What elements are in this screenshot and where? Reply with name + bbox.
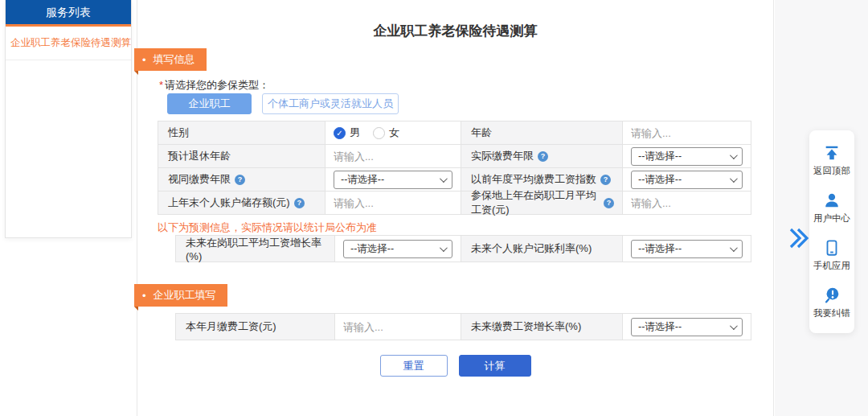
help-icon[interactable]: ? — [294, 198, 305, 208]
bullet-icon: • — [142, 55, 146, 65]
help-icon[interactable]: ? — [600, 175, 611, 185]
account-balance-field-label: 上年末个人账户储存额(元)? — [158, 192, 326, 215]
error-report-button[interactable]: 我要纠错 — [809, 279, 854, 327]
future-payment-growth-field-label: 未来缴费工资增长率(%) — [461, 314, 623, 340]
future-wage-growth-select[interactable]: --请选择-- — [343, 240, 452, 258]
float-item-label: 我要纠错 — [813, 307, 850, 319]
form-actions: 重置 计算 — [137, 355, 773, 377]
section-badge-label: 填写信息 — [154, 52, 195, 67]
radio-unchecked-icon — [373, 127, 385, 139]
main-content: 企业职工养老保险待遇测算 • 填写信息 *请选择您的参保类型： 企业职工 个体工… — [137, 0, 774, 416]
chevron-down-icon — [730, 244, 738, 252]
retire-age-field-label: 预计退休年龄 — [158, 145, 326, 168]
required-mark: * — [159, 79, 163, 91]
future-account-rate-cell: --请选择-- — [623, 236, 751, 262]
chevron-down-icon — [730, 151, 738, 159]
forecast-notice: 以下为预测信息，实际情况请以统计局公布为准 — [158, 220, 377, 235]
float-item-label: 手机应用 — [813, 260, 850, 272]
double-chevron-right-icon — [788, 226, 809, 250]
deemed-years-cell: --请选择-- — [326, 168, 461, 192]
sidebar-header: 服务列表 — [6, 0, 131, 27]
wage-index-cell: --请选择-- — [623, 168, 751, 192]
current-wage-field-label: 本年月缴费工资(元) — [176, 314, 335, 340]
account-balance-input[interactable] — [334, 197, 434, 209]
section-badge-company-fill: • 企业职工填写 — [134, 284, 227, 307]
chevron-down-icon — [730, 175, 738, 183]
back-to-top-button[interactable]: 返回顶部 — [809, 137, 854, 184]
deemed-years-select[interactable]: --请选择-- — [334, 171, 452, 189]
insured-type-label: *请选择您的参保类型： — [159, 78, 269, 93]
phone-icon — [823, 239, 841, 257]
chevron-down-icon — [730, 322, 738, 330]
local-avg-wage-field-label: 参保地上年在岗职工月平均工资(元)? — [461, 192, 623, 215]
mobile-app-button[interactable]: 手机应用 — [809, 232, 854, 279]
wage-index-select[interactable]: --请选择-- — [631, 171, 743, 189]
future-wage-growth-field-label: 未来在岗职工平均工资增长率(%) — [176, 236, 335, 262]
user-icon — [823, 192, 841, 209]
actual-years-field-label: 实际缴费年限? — [461, 145, 623, 168]
float-item-label: 用户中心 — [813, 212, 850, 224]
sidebar-item-pension-calc[interactable]: 企业职工养老保险待遇测算 — [6, 27, 131, 60]
page-title: 企业职工养老保险待遇测算 — [137, 22, 773, 40]
gender-field-label: 性别 — [158, 122, 326, 145]
company-fill-table: 本年月缴费工资(元) 未来缴费工资增长率(%) --请选择-- — [175, 313, 751, 340]
reset-button[interactable]: 重置 — [380, 355, 448, 377]
float-menu: 返回顶部 用户中心 手机应用 我要纠错 — [809, 130, 854, 333]
forecast-table: 未来在岗职工平均工资增长率(%) --请选择-- 未来个人账户记账利率(%) -… — [175, 235, 751, 262]
insured-type-buttons: 企业职工 个体工商户或灵活就业人员 — [167, 93, 399, 114]
actual-years-select[interactable]: --请选择-- — [631, 147, 743, 166]
expand-chevron-button[interactable] — [788, 226, 809, 250]
future-payment-growth-cell: --请选择-- — [623, 314, 751, 340]
gender-male-radio[interactable]: ✓ 男 — [334, 126, 360, 140]
retire-age-input[interactable] — [334, 150, 434, 163]
help-icon[interactable]: ? — [604, 198, 614, 208]
help-icon[interactable]: ? — [235, 175, 245, 185]
future-account-rate-field-label: 未来个人账户记账利率(%) — [461, 236, 623, 262]
future-wage-growth-cell: --请选择-- — [335, 236, 461, 262]
calculate-button[interactable]: 计算 — [459, 355, 531, 377]
deemed-years-field-label: 视同缴费年限? — [158, 168, 326, 192]
chevron-down-icon — [440, 244, 448, 252]
service-sidebar: 服务列表 企业职工养老保险待遇测算 — [5, 0, 132, 238]
current-wage-input[interactable] — [343, 321, 444, 333]
age-cell — [623, 122, 751, 145]
future-payment-growth-select[interactable]: --请选择-- — [631, 318, 743, 336]
gender-female-radio[interactable]: 女 — [373, 126, 399, 140]
future-account-rate-select[interactable]: --请选择-- — [631, 240, 743, 258]
error-report-icon — [823, 286, 841, 304]
help-icon[interactable]: ? — [538, 151, 548, 162]
account-balance-cell — [326, 192, 461, 215]
float-item-label: 返回顶部 — [813, 165, 850, 177]
age-field-label: 年龄 — [461, 122, 623, 145]
basic-info-table: 性别 ✓ 男 女 年龄 预计退休年龄 实际缴费年限? --请选择-- 视同缴费年… — [158, 121, 751, 215]
gender-male-label: 男 — [350, 126, 360, 140]
section-badge-label: 企业职工填写 — [154, 288, 216, 303]
current-wage-cell — [335, 314, 461, 340]
gender-radio-group: ✓ 男 女 — [326, 122, 461, 145]
insured-type-flexible-button[interactable]: 个体工商户或灵活就业人员 — [262, 93, 399, 114]
bullet-icon: • — [142, 290, 146, 301]
insured-type-company-button[interactable]: 企业职工 — [167, 93, 252, 114]
local-avg-wage-input[interactable] — [631, 197, 731, 209]
section-badge-fill-info: • 填写信息 — [134, 48, 207, 71]
actual-years-cell: --请选择-- — [623, 145, 751, 168]
chevron-down-icon — [440, 175, 448, 183]
back-to-top-icon — [823, 144, 841, 162]
retire-age-cell — [326, 145, 461, 168]
radio-checked-icon: ✓ — [334, 127, 346, 139]
user-center-button[interactable]: 用户中心 — [809, 184, 854, 232]
age-input[interactable] — [631, 127, 731, 139]
local-avg-wage-cell — [623, 192, 751, 215]
gender-female-label: 女 — [389, 126, 399, 140]
